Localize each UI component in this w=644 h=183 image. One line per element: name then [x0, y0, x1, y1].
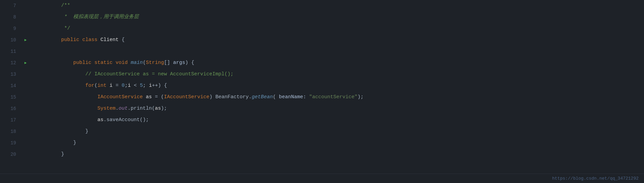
line-number-8: 8 [0, 11, 23, 23]
fold-indicator-12[interactable]: ▶ [23, 60, 28, 66]
token-10-2 [79, 37, 82, 43]
status-bar: https://blog.csdn.net/qq_34721292 [0, 174, 644, 183]
code-line-10: 10 ▶ public class Client { [0, 34, 644, 46]
line-number-17: 17 [0, 114, 23, 126]
token-20-1: } [61, 151, 64, 157]
code-line-20: 20 } [0, 149, 644, 160]
token-10-5: Client [100, 37, 119, 43]
line-number-14: 14 [0, 80, 23, 92]
token-10-1: public [61, 37, 79, 43]
line-number-7: 7 [0, 0, 23, 11]
token-10-4 [97, 37, 100, 43]
line-content-20: } [29, 137, 644, 172]
token-10-3: class [82, 37, 97, 43]
code-area: 7 /** 8 * 模拟表现层，用于调用业务层 9 */ [0, 0, 644, 174]
line-number-13: 13 [0, 69, 23, 80]
line-number-20: 20 [0, 149, 23, 160]
code-editor: 7 /** 8 * 模拟表现层，用于调用业务层 9 */ [0, 0, 644, 183]
line-number-19: 19 [0, 137, 23, 149]
fold-indicator-10[interactable]: ▶ [23, 37, 28, 43]
line-number-16: 16 [0, 103, 23, 114]
url-label: https://blog.csdn.net/qq_34721292 [552, 173, 639, 183]
line-number-12: 12 [0, 57, 23, 69]
line-number-9: 9 [0, 23, 23, 34]
line-number-10: 10 [0, 34, 23, 46]
line-number-15: 15 [0, 92, 23, 103]
token-10-6: { [119, 37, 125, 43]
line-number-11: 11 [0, 46, 23, 57]
line-number-18: 18 [0, 126, 23, 137]
